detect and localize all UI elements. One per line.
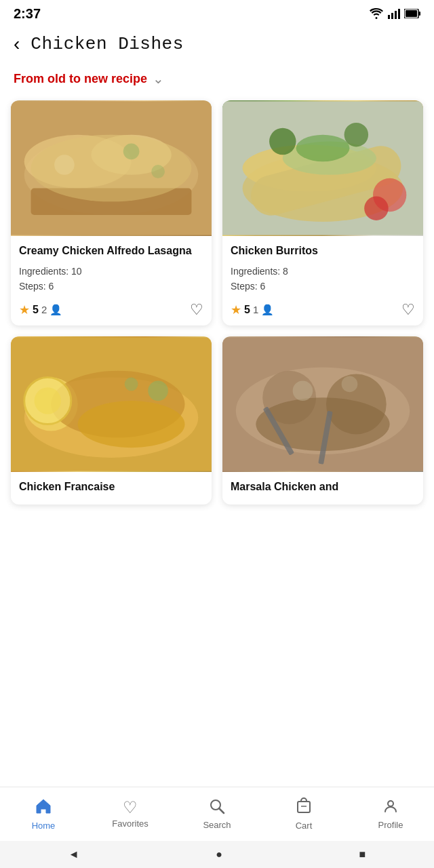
wifi-icon [369,8,384,19]
chevron-down-icon[interactable]: ⌄ [153,71,164,87]
home-icon [35,797,52,818]
nav-item-search[interactable]: Search [174,798,260,830]
svg-point-21 [269,128,296,155]
favorite-button-2[interactable]: ♡ [401,302,415,317]
nav-item-home[interactable]: Home [0,797,87,831]
recipe-name-2: Chicken Burritos [231,244,415,258]
svg-rect-3 [398,9,400,19]
search-nav-icon [209,798,225,817]
nav-item-profile[interactable]: Profile [347,798,434,830]
nav-item-favorites[interactable]: ♡ Favorites [87,800,174,829]
star-icon-2: ★ [231,302,241,317]
recipe-name-3: Chicken Francaise [19,480,203,494]
recipe-image-1 [11,100,212,236]
svg-rect-6 [406,10,417,17]
profile-nav-icon [382,798,399,817]
svg-line-45 [219,808,224,813]
sort-row[interactable]: From old to new recipe ⌄ [0,65,434,100]
recipe-name-1: Creamy Chicken Alfredo Lasagna [19,244,203,258]
nav-label-search: Search [203,820,231,830]
nav-label-cart: Cart [296,821,313,831]
android-menu-button[interactable]: ■ [359,848,366,861]
rating-count-1: 2 👤 [41,304,62,316]
nav-label-home: Home [32,821,56,831]
header: ‹ Chicken Dishes [0,27,434,65]
rating-value-1: 5 [33,304,39,316]
svg-point-33 [148,380,168,401]
status-icons [369,8,420,19]
recipe-card-1[interactable]: Creamy Chicken Alfredo Lasagna Ingredien… [11,100,212,326]
svg-point-48 [388,801,393,806]
person-icon-2: 👤 [261,304,274,316]
recipe-footer-2: ★ 5 1 👤 ♡ [231,300,415,320]
bottom-nav: Home ♡ Favorites Search Cart [0,787,434,841]
sort-label: From old to new recipe [14,72,147,86]
recipe-image-4 [222,336,423,472]
person-icon-1: 👤 [50,304,62,316]
svg-rect-46 [298,802,310,812]
page-title: Chicken Dishes [31,34,183,54]
recipe-info-3: Chicken Francaise [11,472,212,505]
svg-point-14 [123,143,140,159]
svg-point-32 [78,401,185,448]
recipe-info-1: Creamy Chicken Alfredo Lasagna Ingredien… [11,236,212,326]
android-back-button[interactable]: ◄ [68,848,79,861]
rating-count-2: 1 👤 [253,304,274,316]
status-time: 2:37 [14,6,41,22]
recipe-meta-2: Ingredients: 8Steps: 6 [231,264,415,294]
svg-rect-0 [388,15,390,19]
svg-point-34 [125,377,138,391]
svg-point-31 [35,387,61,414]
recipe-card-2[interactable]: Chicken Burritos Ingredients: 8Steps: 6 … [222,100,423,326]
favorite-button-1[interactable]: ♡ [190,302,203,317]
svg-point-13 [54,155,75,175]
recipe-info-2: Chicken Burritos Ingredients: 8Steps: 6 … [222,236,423,326]
star-icon-1: ★ [19,302,30,317]
svg-rect-1 [391,13,393,19]
recipe-card-3[interactable]: Chicken Francaise [11,336,212,505]
rating-2: ★ 5 1 👤 [231,302,274,317]
battery-icon [404,9,420,18]
svg-point-23 [296,135,350,161]
android-nav: ◄ ● ■ [0,841,434,868]
svg-rect-2 [395,11,397,19]
nav-label-favorites: Favorites [112,818,148,829]
nav-label-profile: Profile [378,820,403,830]
svg-point-15 [151,165,165,178]
recipe-card-4[interactable]: Marsala Chicken and [222,336,423,505]
back-button[interactable]: ‹ [14,35,20,54]
recipe-grid: Creamy Chicken Alfredo Lasagna Ingredien… [0,100,434,515]
svg-rect-5 [419,12,421,16]
rating-value-2: 5 [244,304,250,316]
svg-point-25 [364,196,389,220]
recipe-name-4: Marsala Chicken and [231,480,415,494]
recipe-meta-1: Ingredients: 10Steps: 6 [19,264,203,294]
svg-point-43 [342,376,358,392]
status-bar: 2:37 [0,0,434,27]
svg-point-42 [293,380,313,401]
cart-nav-icon [295,797,313,818]
android-home-button[interactable]: ● [216,848,222,861]
rating-1: ★ 5 2 👤 [19,302,62,317]
recipe-info-4: Marsala Chicken and [222,472,423,505]
signal-icon [388,8,400,19]
recipe-image-3 [11,336,212,472]
heart-nav-icon: ♡ [123,800,138,816]
nav-item-cart[interactable]: Cart [260,797,347,831]
recipe-image-2 [222,100,423,236]
svg-point-22 [344,123,369,147]
recipe-footer-1: ★ 5 2 👤 ♡ [19,300,203,320]
